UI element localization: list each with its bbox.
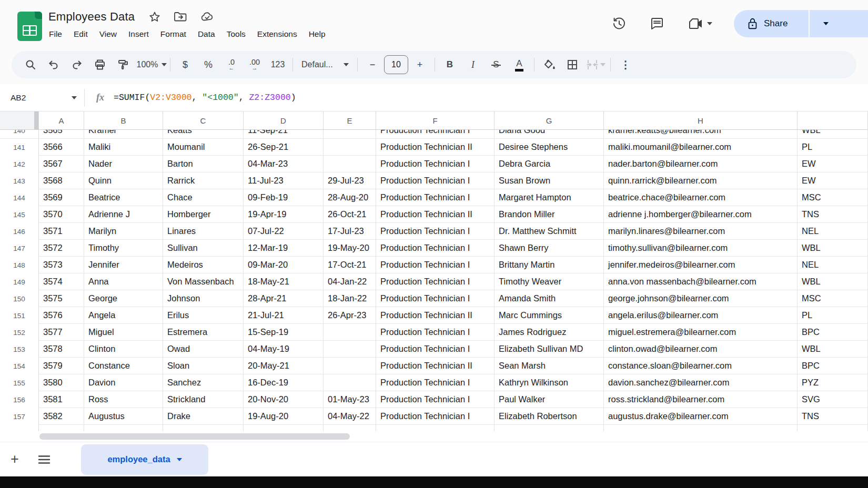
cell[interactable]: Production Technician II [376,206,494,223]
cell[interactable]: 3577 [39,324,84,341]
paint-format-icon[interactable] [112,54,135,75]
cell[interactable]: Production Technician II [376,307,494,324]
cell[interactable]: Margaret Hampton [494,189,604,206]
cell[interactable]: jennifer.medeiros@bilearner.com [604,257,798,273]
cell[interactable]: Production Technician I [376,408,494,425]
row-number[interactable]: 155 [0,374,39,391]
cell[interactable]: Maliki [84,139,163,156]
cell[interactable]: 17-Oct-21 [324,257,376,273]
cell[interactable]: Production Technician II [376,358,494,374]
bold-button[interactable]: B [438,54,461,75]
cell[interactable]: 3567 [39,156,84,172]
cell[interactable]: Shawn Berry [494,240,604,257]
cell[interactable]: 04-May-19 [244,341,324,358]
cell[interactable]: TNS [798,206,868,223]
row-number[interactable]: 152 [0,324,39,341]
cell[interactable] [163,425,244,431]
cell[interactable] [324,425,376,431]
row-number[interactable]: 153 [0,341,39,358]
cloud-saved-icon[interactable] [200,11,215,23]
cell[interactable]: 3571 [39,223,84,240]
cell[interactable]: Production Technician I [376,156,494,172]
borders-icon[interactable] [561,54,584,75]
name-box[interactable]: AB2 [0,93,84,103]
cell[interactable]: 3581 [39,391,84,408]
cell[interactable]: ross.strickland@bilearner.com [604,391,798,408]
column-header-C[interactable]: C [163,111,244,130]
cell[interactable]: 19-Aug-20 [244,408,324,425]
cell[interactable]: 3579 [39,358,84,374]
cell[interactable]: 3568 [39,172,84,189]
cell[interactable]: 3580 [39,374,84,391]
cell[interactable]: timothy.sullivan@bilearner.com [604,240,798,257]
sheet-tab-employee-data[interactable]: employee_data [81,444,208,475]
row-number[interactable]: 147 [0,240,39,257]
cell[interactable]: 28-Apr-21 [244,290,324,307]
cell[interactable]: Production Technician I [376,290,494,307]
text-color-button[interactable]: A [508,54,531,75]
row-number[interactable]: 154 [0,358,39,374]
cell[interactable]: Johnson [163,290,244,307]
cell[interactable]: Jennifer [84,257,163,273]
cell[interactable] [376,425,494,431]
cell[interactable] [324,139,376,156]
column-header-E[interactable]: E [324,111,376,130]
strikethrough-button[interactable]: S [485,54,508,75]
cell[interactable]: Homberger [163,206,244,223]
row-number[interactable]: 143 [0,172,39,189]
cell[interactable]: 20-May-21 [244,358,324,374]
cell[interactable]: 07-Jul-22 [244,223,324,240]
cell[interactable]: Kathryn Wilkinson [494,374,604,391]
search-icon[interactable] [19,54,42,75]
cell[interactable]: 11-Sep-21 [244,130,324,139]
cell[interactable]: 12-Mar-19 [244,240,324,257]
cell[interactable] [324,374,376,391]
cell[interactable] [324,341,376,358]
cell[interactable]: BPC [798,324,868,341]
cell[interactable]: clinton.owad@bilearner.com [604,341,798,358]
cell[interactable]: Timothy [84,240,163,257]
cell[interactable]: kramer.keatts@bilearner.com [604,130,798,139]
cell[interactable] [84,425,163,431]
menu-item-data[interactable]: Data [192,28,221,40]
column-header-H[interactable]: H [604,111,798,130]
cell[interactable]: george.johnson@bilearner.com [604,290,798,307]
cell[interactable] [798,425,868,431]
column-header-D[interactable]: D [244,111,324,130]
cell[interactable]: 3574 [39,273,84,290]
share-button[interactable]: Share [734,10,868,37]
row-number[interactable]: 149 [0,273,39,290]
cell[interactable]: Desiree Stephens [494,139,604,156]
cell[interactable]: 19-May-20 [324,240,376,257]
menu-item-tools[interactable]: Tools [221,28,251,40]
menu-item-extensions[interactable]: Extensions [251,28,303,40]
cell[interactable]: Drake [163,408,244,425]
cell[interactable]: miguel.estremera@bilearner.com [604,324,798,341]
cell[interactable]: Sanchez [163,374,244,391]
comments-icon[interactable] [638,16,676,31]
cell[interactable]: Susan Brown [494,172,604,189]
increase-font-size-button[interactable]: + [408,54,431,75]
cell[interactable]: Moumanil [163,139,244,156]
menu-item-format[interactable]: Format [155,28,192,40]
select-all-corner[interactable] [0,111,39,130]
column-header-B[interactable]: B [84,111,163,130]
undo-icon[interactable] [42,54,65,75]
cell[interactable]: 26-Sep-21 [244,139,324,156]
cell[interactable]: 09-Mar-20 [244,257,324,273]
more-toolbar-options-icon[interactable]: ⋮ [614,54,637,75]
cell[interactable]: 3569 [39,189,84,206]
cell[interactable] [324,324,376,341]
cell[interactable]: Elizabeth Sullivan MD [494,341,604,358]
cell[interactable]: 11-Jul-23 [244,172,324,189]
cell[interactable] [324,130,376,139]
cell[interactable]: Nader [84,156,163,172]
cell[interactable]: Marilyn [84,223,163,240]
cell[interactable]: angela.erilus@bilearner.com [604,307,798,324]
cell[interactable]: Erilus [163,307,244,324]
cell[interactable]: WBL [798,273,868,290]
cell[interactable]: Production Technician I [376,391,494,408]
cell[interactable]: Production Technician I [376,324,494,341]
cell[interactable]: 04-Jan-22 [324,273,376,290]
print-icon[interactable] [88,54,112,75]
